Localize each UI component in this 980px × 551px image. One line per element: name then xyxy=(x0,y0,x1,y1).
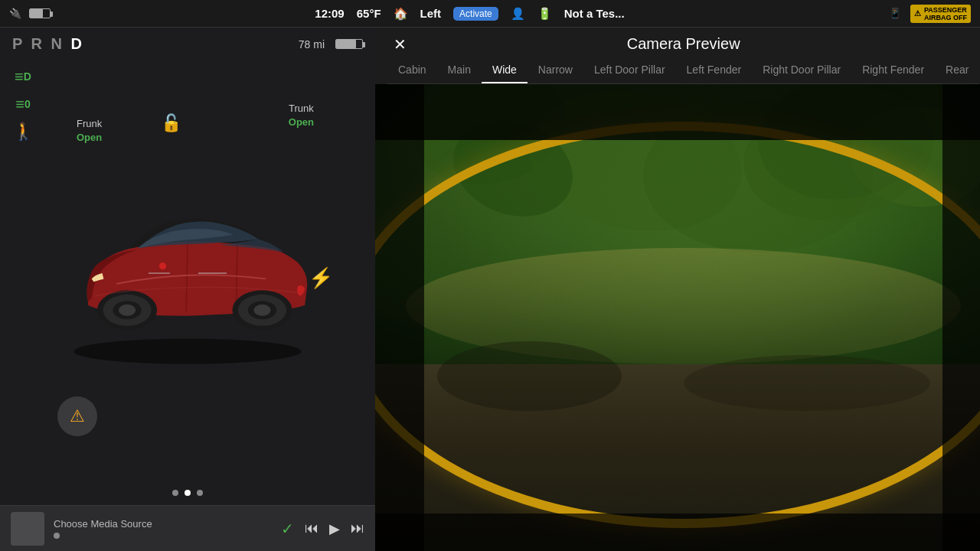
range-battery xyxy=(335,39,363,49)
page-dot-1 xyxy=(172,490,178,496)
next-button[interactable]: ⏭ xyxy=(351,520,364,536)
person-icon: 👤 xyxy=(511,7,525,21)
status-bar: 🔌 12:09 65°F 🏠 Left Activate 👤 🔋 Not a T… xyxy=(0,0,980,28)
camera-feed xyxy=(375,84,980,551)
media-controls: ✓ ⏮ ▶ ⏭ xyxy=(281,520,364,538)
main-layout: P R N D 78 mi ≡D ≡0 🚶 Frunk Open 🔓 xyxy=(0,28,980,551)
home-icon: 🏠 xyxy=(394,7,408,21)
clock: 12:09 xyxy=(315,7,344,20)
tab-right-door-pillar[interactable]: Right Door Pillar xyxy=(752,57,851,83)
car-name: Not a Tes... xyxy=(564,7,625,20)
svg-point-13 xyxy=(159,262,166,269)
page-dots xyxy=(0,490,375,505)
prev-button[interactable]: ⏮ xyxy=(305,520,318,536)
left-panel: P R N D 78 mi ≡D ≡0 🚶 Frunk Open 🔓 xyxy=(0,28,375,551)
battery-indicator xyxy=(29,8,51,18)
prnd-bar: P R N D 78 mi xyxy=(0,28,375,56)
page-dot-2 xyxy=(185,490,191,496)
camera-title-row: ✕ Camera Preview xyxy=(387,35,979,57)
airbag-warning: ⚠ PASSENGERAIRBAG OFF xyxy=(910,5,971,23)
tab-left-fender[interactable]: Left Fender xyxy=(676,57,753,83)
camera-tabs: Cabin Main Wide Narrow Left Door Pillar … xyxy=(387,57,979,84)
media-thumbnail xyxy=(11,512,44,546)
activate-button[interactable]: Activate xyxy=(453,7,498,21)
media-bar: Choose Media Source ✓ ⏮ ▶ ⏭ xyxy=(0,505,375,551)
prnd-display: P R N D xyxy=(12,35,84,53)
tab-main[interactable]: Main xyxy=(437,57,482,83)
page-dot-3 xyxy=(197,490,203,496)
camera-header: ✕ Camera Preview Cabin Main Wide Narrow … xyxy=(375,28,980,84)
tab-rear[interactable]: Rear xyxy=(935,57,979,83)
car-image xyxy=(42,166,333,380)
svg-point-10 xyxy=(253,304,270,315)
tab-cabin[interactable]: Cabin xyxy=(387,57,437,83)
media-info: Choose Media Source xyxy=(54,518,272,539)
tab-wide[interactable]: Wide xyxy=(482,57,528,83)
play-button[interactable]: ▶ xyxy=(329,520,340,537)
frunk-status: Frunk Open xyxy=(77,117,102,145)
battery-icon: 🔋 xyxy=(537,7,552,21)
check-button[interactable]: ✓ xyxy=(281,520,294,538)
trunk-status: Trunk Open xyxy=(289,102,314,129)
media-status-dot xyxy=(54,533,60,539)
svg-point-0 xyxy=(74,338,301,364)
usb-icon: 🔌 xyxy=(9,8,21,19)
tab-left-door-pillar[interactable]: Left Door Pillar xyxy=(583,57,676,83)
lock-icon: 🔓 xyxy=(161,113,181,133)
tab-right-fender[interactable]: Right Fender xyxy=(851,57,935,83)
close-button[interactable]: ✕ xyxy=(387,32,412,57)
media-title: Choose Media Source xyxy=(54,518,272,530)
alert-button[interactable]: ⚠ xyxy=(57,396,97,436)
phone-icon: 📱 xyxy=(889,8,901,19)
car-display-area: Frunk Open 🔓 Trunk Open xyxy=(0,56,375,490)
location-label: Left xyxy=(420,7,442,20)
svg-point-6 xyxy=(119,304,136,315)
temperature: 65°F xyxy=(357,7,381,20)
mileage-display: 78 mi xyxy=(299,38,325,51)
charge-icon: ⚡ xyxy=(309,266,333,289)
camera-preview-panel: ✕ Camera Preview Cabin Main Wide Narrow … xyxy=(375,28,980,551)
tab-narrow[interactable]: Narrow xyxy=(528,57,583,83)
camera-preview-title: Camera Preview xyxy=(627,35,740,53)
fisheye-frame xyxy=(375,122,980,528)
